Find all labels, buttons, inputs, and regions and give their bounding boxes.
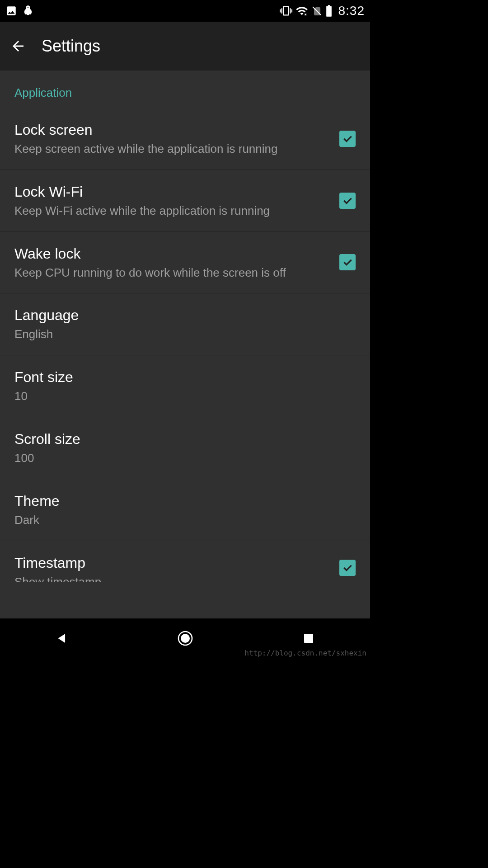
pref-scroll-size[interactable]: Scroll size 100 xyxy=(0,417,370,479)
pref-title: Font size xyxy=(14,368,356,386)
pref-title: Timestamp xyxy=(14,554,328,572)
pref-lock-wifi[interactable]: Lock Wi-Fi Keep Wi-Fi active while the a… xyxy=(0,170,370,232)
status-time: 8:32 xyxy=(338,4,365,18)
svg-rect-3 xyxy=(304,634,313,643)
pref-title: Theme xyxy=(14,492,356,510)
check-icon xyxy=(342,133,353,145)
pref-sub: Dark xyxy=(14,513,356,528)
pref-language[interactable]: Language English xyxy=(0,293,370,355)
nav-home-button[interactable] xyxy=(158,625,212,652)
pref-theme[interactable]: Theme Dark xyxy=(0,479,370,541)
checkbox-wake-lock[interactable] xyxy=(339,254,356,270)
back-button[interactable] xyxy=(7,35,29,57)
status-bar: 8:32 xyxy=(0,0,370,22)
penguin-icon xyxy=(22,5,34,17)
nav-recents-button[interactable] xyxy=(282,625,336,652)
image-icon xyxy=(5,5,17,17)
back-arrow-icon xyxy=(10,38,26,54)
no-sim-icon xyxy=(311,5,322,17)
pref-title: Wake lock xyxy=(14,245,328,263)
pref-sub: Keep Wi-Fi active while the application … xyxy=(14,203,328,219)
check-icon xyxy=(342,256,353,268)
navigation-bar: http://blog.csdn.net/sxhexin xyxy=(0,618,370,658)
pref-title: Scroll size xyxy=(14,430,356,448)
svg-point-2 xyxy=(181,634,190,643)
page-title: Settings xyxy=(42,37,100,56)
app-bar: Settings xyxy=(0,22,370,71)
pref-title: Lock screen xyxy=(14,121,328,139)
pref-font-size[interactable]: Font size 10 xyxy=(0,355,370,417)
pref-sub: Show timestamp xyxy=(14,575,328,582)
pref-sub: Keep CPU running to do work while the sc… xyxy=(14,265,328,281)
nav-back-button[interactable] xyxy=(35,625,89,652)
pref-title: Lock Wi-Fi xyxy=(14,183,328,201)
settings-list[interactable]: Application Lock screen Keep screen acti… xyxy=(0,71,370,618)
watermark: http://blog.csdn.net/sxhexin xyxy=(244,649,366,657)
square-recents-icon xyxy=(302,632,315,645)
vibrate-icon xyxy=(280,5,292,17)
triangle-back-icon xyxy=(54,631,70,646)
section-header-application: Application xyxy=(0,71,370,108)
checkbox-timestamp[interactable] xyxy=(339,560,356,576)
pref-sub: 100 xyxy=(14,451,356,466)
pref-wake-lock[interactable]: Wake lock Keep CPU running to do work wh… xyxy=(0,232,370,294)
check-icon xyxy=(342,195,353,207)
checkbox-lock-screen[interactable] xyxy=(339,131,356,147)
pref-sub: Keep screen active while the application… xyxy=(14,142,328,157)
check-icon xyxy=(342,562,353,574)
circle-home-icon xyxy=(176,629,194,647)
pref-sub: 10 xyxy=(14,389,356,404)
wifi-icon xyxy=(295,5,309,17)
pref-lock-screen[interactable]: Lock screen Keep screen active while the… xyxy=(0,108,370,170)
pref-timestamp[interactable]: Timestamp Show timestamp xyxy=(0,541,370,582)
pref-title: Language xyxy=(14,306,356,324)
battery-icon xyxy=(325,5,333,17)
pref-sub: English xyxy=(14,327,356,342)
checkbox-lock-wifi[interactable] xyxy=(339,193,356,209)
